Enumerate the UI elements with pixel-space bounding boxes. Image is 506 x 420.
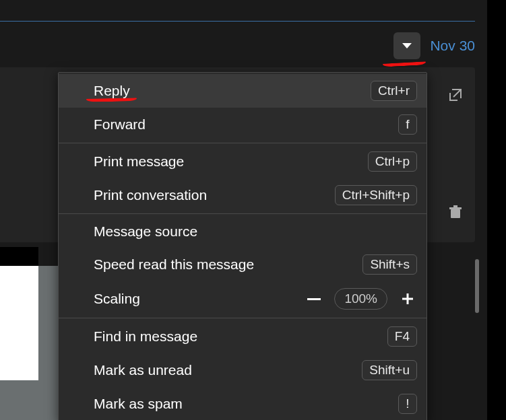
- menu-item-shortcut: Shift+s: [362, 254, 417, 275]
- menu-item-mark-as-unread[interactable]: Mark as unreadShift+u: [59, 353, 426, 387]
- menu-item-label: Print message: [94, 153, 184, 170]
- message-actions-dropdown[interactable]: [393, 32, 420, 59]
- svg-rect-2: [453, 205, 457, 207]
- menu-item-reply[interactable]: ReplyCtrl+r: [59, 74, 426, 108]
- message-date-link[interactable]: Nov 30: [430, 38, 475, 54]
- menu-item-label: Print conversation: [94, 187, 207, 203]
- minus-icon: [307, 298, 321, 300]
- delete-button[interactable]: [447, 203, 464, 221]
- menu-item-shortcut: Ctrl+Shift+p: [335, 185, 417, 205]
- menu-item-shortcut: Shift+u: [362, 360, 417, 380]
- plus-icon: [401, 292, 414, 306]
- menu-item-message-source[interactable]: Message source: [59, 215, 426, 248]
- header-divider: [0, 21, 475, 22]
- svg-rect-1: [449, 207, 462, 209]
- zoom-out-button[interactable]: [305, 289, 323, 308]
- svg-rect-0: [451, 209, 460, 218]
- menu-item-print-conversation[interactable]: Print conversationCtrl+Shift+p: [59, 178, 426, 212]
- menu-item-label: Find in message: [94, 328, 197, 345]
- menu-group: ReplyCtrl+rForwardf: [59, 73, 426, 143]
- menu-item-print-message[interactable]: Print messageCtrl+p: [59, 145, 426, 178]
- menu-item-speed-read-this-message[interactable]: Speed read this messageShift+s: [59, 248, 426, 281]
- menu-item-mark-as-spam[interactable]: Mark as spam!: [59, 387, 426, 420]
- caret-down-icon: [402, 43, 412, 48]
- trash-icon: [447, 204, 464, 220]
- scaling-controls: 100%: [305, 288, 417, 310]
- scrollbar-thumb[interactable]: [475, 259, 479, 313]
- open-external-icon: [447, 87, 464, 103]
- menu-item-shortcut: f: [398, 114, 417, 135]
- menu-item-shortcut: Ctrl+p: [368, 151, 417, 172]
- menu-item-label: Mark as spam: [94, 396, 183, 412]
- menu-item-label: Scaling: [94, 291, 140, 307]
- menu-item-shortcut: Ctrl+r: [371, 81, 417, 101]
- menu-group: Find in messageF4Mark as unreadShift+uMa…: [59, 318, 426, 420]
- menu-group: Message sourceSpeed read this messageShi…: [59, 213, 426, 318]
- menu-item-label: Speed read this message: [94, 256, 254, 273]
- menu-item-label: Forward: [94, 116, 146, 133]
- menu-item-label: Reply: [94, 83, 130, 99]
- message-context-menu: ReplyCtrl+rForwardfPrint messageCtrl+pPr…: [58, 72, 427, 420]
- menu-item-label: Message source: [94, 223, 197, 240]
- window-gutter: [487, 0, 506, 420]
- menu-group: Print messageCtrl+pPrint conversationCtr…: [59, 143, 426, 213]
- annotation-mark: [383, 59, 426, 67]
- menu-item-label: Mark as unread: [94, 362, 192, 378]
- zoom-level: 100%: [334, 288, 387, 310]
- menu-item-shortcut: F4: [387, 326, 417, 347]
- menu-item-scaling[interactable]: Scaling100%: [59, 281, 426, 316]
- header-row: Nov 30: [393, 32, 475, 59]
- open-external-button[interactable]: [447, 86, 464, 104]
- menu-item-forward[interactable]: Forwardf: [59, 108, 426, 141]
- menu-item-find-in-message[interactable]: Find in messageF4: [59, 320, 426, 353]
- zoom-in-button[interactable]: [398, 289, 417, 308]
- menu-item-shortcut: !: [398, 394, 417, 414]
